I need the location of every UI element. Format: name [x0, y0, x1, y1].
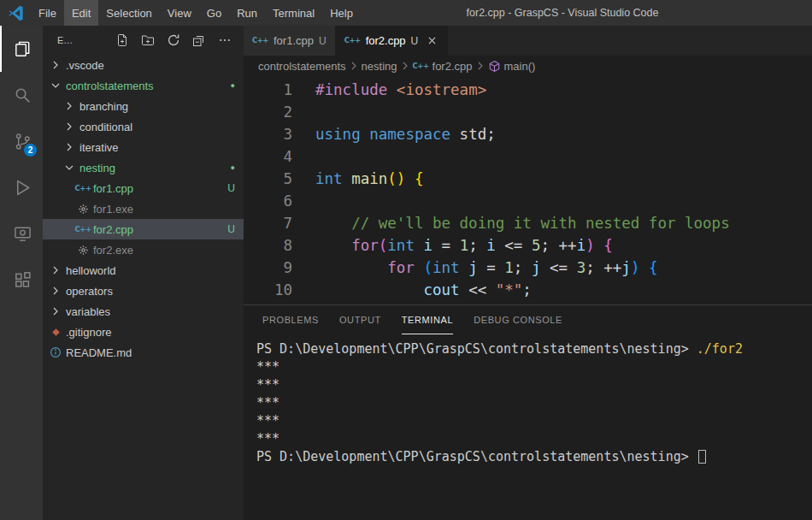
- tree-item-label: variables: [66, 305, 110, 318]
- tree-folder-controlstatements[interactable]: controlstatements●: [43, 75, 244, 96]
- cpp-file-icon: C++: [413, 62, 429, 70]
- panel-tabs: PROBLEMSOUTPUTTERMINALDEBUG CONSOLE: [244, 305, 812, 334]
- tree-item-label: README.md: [66, 346, 132, 359]
- panel-tab-problems[interactable]: PROBLEMS: [262, 305, 319, 334]
- token: ;: [468, 237, 486, 254]
- tree-item-label: branching: [79, 100, 128, 113]
- more-icon: [218, 33, 232, 47]
- menu-help[interactable]: Help: [322, 0, 361, 26]
- tree-folder-conditional[interactable]: conditional: [43, 116, 244, 137]
- code-line: 2: [244, 101, 812, 123]
- tree-file-for2.cpp[interactable]: C++for2.cppU: [43, 219, 244, 239]
- tree-item-label: controlstatements: [66, 80, 154, 92]
- tree-folder-nesting[interactable]: nesting●: [43, 157, 244, 178]
- panel-tab-terminal[interactable]: TERMINAL: [402, 305, 453, 334]
- panel-tab-debug-console[interactable]: DEBUG CONSOLE: [474, 305, 562, 334]
- activity-run-debug[interactable]: [0, 164, 43, 210]
- breadcrumb-separator-icon: [398, 59, 412, 73]
- tab-label: for1.cpp: [274, 34, 314, 47]
- token: j: [621, 259, 631, 276]
- menu-view[interactable]: View: [160, 0, 199, 26]
- code-line: 9 for (int j = 1; j <= 3; ++j) {: [244, 257, 812, 279]
- token: [405, 170, 415, 187]
- terminal-line: ***: [256, 394, 812, 412]
- activity-source-control[interactable]: 2: [0, 118, 43, 164]
- terminal-text: ./for2: [697, 341, 743, 357]
- terminal-line: PS D:\Development\CPP\GraspCS\controlsta…: [256, 340, 812, 358]
- line-number: 2: [244, 101, 292, 123]
- tree-file-for2.exe[interactable]: for2.exe: [43, 239, 244, 260]
- close-icon[interactable]: [426, 34, 438, 47]
- token: int: [387, 237, 415, 254]
- menu-run[interactable]: Run: [229, 0, 265, 26]
- token: [361, 126, 370, 143]
- workbench: 2 EXPLORER .vscodecontrolstatements●bran…: [0, 26, 812, 520]
- breadcrumb-item[interactable]: C++for2.cpp: [413, 60, 473, 73]
- git-file-icon: [48, 327, 63, 338]
- terminal[interactable]: PS D:\Development\CPP\GraspCS\controlsta…: [244, 334, 812, 520]
- token: <=: [540, 259, 576, 276]
- menu-go[interactable]: Go: [199, 0, 229, 26]
- panel-tab-output[interactable]: OUTPUT: [339, 305, 381, 334]
- cpp-file-icon: C++: [75, 185, 91, 192]
- token: 1: [504, 259, 514, 276]
- refresh-explorer-button[interactable]: [167, 33, 180, 47]
- tree-folder-.vscode[interactable]: .vscode: [43, 55, 244, 75]
- chevron-right-icon: [62, 120, 77, 133]
- tree-file-.gitignore[interactable]: .gitignore: [43, 322, 244, 342]
- breadcrumb-item[interactable]: main(): [488, 60, 536, 73]
- token: int: [315, 170, 343, 187]
- git-status-badge: U: [227, 223, 235, 235]
- exe-file-icon: [75, 245, 91, 256]
- tree-folder-variables[interactable]: variables: [43, 301, 244, 322]
- tab-for1-cpp[interactable]: C++for1.cppU: [244, 26, 336, 56]
- token: "*": [496, 281, 523, 298]
- activity-extensions[interactable]: [0, 257, 43, 303]
- terminal-text: ***: [256, 413, 279, 428]
- token: (): [387, 170, 405, 187]
- activity-explorer[interactable]: [0, 26, 43, 72]
- collapse-folders-button[interactable]: [192, 33, 206, 47]
- code-editor[interactable]: 1#include <iostream>23using namespace st…: [244, 76, 812, 304]
- breadcrumb-item[interactable]: nesting: [362, 60, 397, 73]
- new-file-button[interactable]: [115, 33, 129, 47]
- tree-item-label: for1.cpp: [93, 182, 133, 195]
- refresh-icon: [167, 33, 180, 47]
- tree-folder-iterative[interactable]: iterative: [43, 137, 244, 157]
- menu-selection[interactable]: Selection: [98, 0, 159, 26]
- new-folder-button[interactable]: [141, 33, 155, 47]
- token: 5: [532, 237, 541, 254]
- tree-folder-helloworld[interactable]: helloworld: [43, 260, 244, 281]
- more-actions-button[interactable]: [218, 33, 232, 47]
- tab-for2-cpp[interactable]: C++for2.cppU: [336, 26, 449, 56]
- cpp-file-icon: C++: [344, 37, 361, 44]
- tree-file-readme.md[interactable]: README.md: [43, 342, 244, 363]
- token: ;: [522, 281, 532, 298]
- tree-folder-operators[interactable]: operators: [43, 281, 244, 301]
- tree-item-label: .vscode: [66, 59, 104, 72]
- tree-file-for1.cpp[interactable]: C++for1.cppU: [43, 178, 244, 198]
- token: {: [649, 259, 658, 276]
- chevron-right-icon: [48, 58, 63, 72]
- code-text: // we'll be doing it with nested for loo…: [315, 212, 730, 234]
- tree-item-label: nesting: [79, 162, 115, 174]
- tree-file-for1.exe[interactable]: for1.exe: [43, 198, 244, 219]
- activity-remote-explorer[interactable]: [0, 210, 43, 257]
- terminal-text: ***: [256, 395, 279, 411]
- code-text: int main() {: [315, 168, 423, 190]
- token: ; ++: [541, 237, 577, 254]
- terminal-line: ***: [256, 376, 812, 394]
- menu-file[interactable]: File: [31, 0, 64, 26]
- activity-search[interactable]: [0, 72, 43, 118]
- token: #include: [315, 81, 387, 98]
- token: 1: [460, 237, 469, 254]
- menu-edit[interactable]: Edit: [64, 0, 98, 26]
- token: <<: [460, 281, 496, 298]
- vscode-window: FileEditSelectionViewGoRunTerminalHelp f…: [0, 0, 812, 520]
- editor-tabs: C++for1.cppUC++for2.cppU: [244, 26, 812, 56]
- breadcrumb-item[interactable]: controlstatements: [258, 60, 346, 73]
- code-text: #include <iostream>: [315, 79, 486, 101]
- scm-badge: 2: [24, 144, 37, 157]
- menu-terminal[interactable]: Terminal: [265, 0, 322, 26]
- tree-folder-branching[interactable]: branching: [43, 96, 244, 116]
